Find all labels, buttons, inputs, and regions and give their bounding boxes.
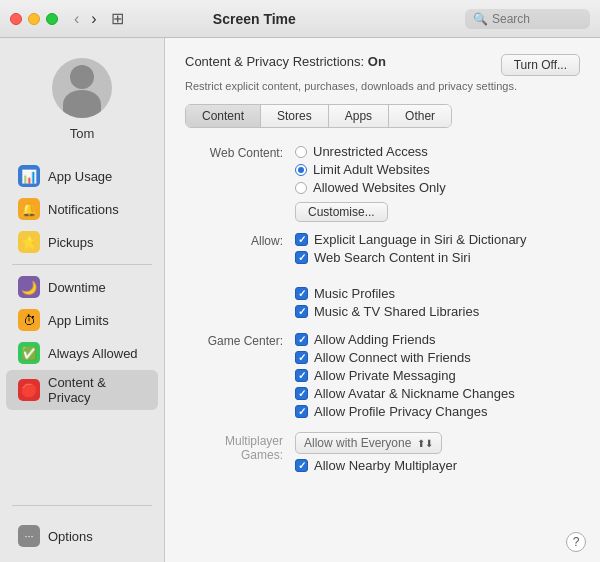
user-name: Tom [70,126,95,141]
window-title: Screen Time [44,11,465,27]
checkbox-music-tv-libraries[interactable]: Music & TV Shared Libraries [295,304,580,319]
sidebar-item-pickups[interactable]: ⭐ Pickups [6,226,158,258]
downtime-label: Downtime [48,280,106,295]
sidebar-divider-1 [12,264,152,265]
content-tabs: Content Stores Apps Other [185,104,452,128]
options-icon: ··· [18,525,40,547]
allow-items: Explicit Language in Siri & Dictionary W… [295,232,580,268]
radio-unrestricted-circle[interactable] [295,146,307,158]
sidebar-item-app-limits[interactable]: ⏱ App Limits [6,304,158,336]
profile-privacy-checkbox[interactable] [295,405,308,418]
web-content-options: Unrestricted Access Limit Adult Websites… [295,144,580,222]
radio-allowed-only[interactable]: Allowed Websites Only [295,180,580,195]
checkbox-profile-privacy[interactable]: Allow Profile Privacy Changes [295,404,580,419]
adding-friends-checkbox[interactable] [295,333,308,346]
sidebar-bottom: ··· Options [0,512,164,562]
app-limits-icon: ⏱ [18,309,40,331]
multiplayer-content: Allow with Everyone ⬆⬇ Allow Nearby Mult… [295,432,580,476]
music-tv-libraries-checkbox[interactable] [295,305,308,318]
help-button[interactable]: ? [566,532,586,552]
radio-limit-adult-circle[interactable] [295,164,307,176]
connect-friends-checkbox[interactable] [295,351,308,364]
search-box[interactable]: 🔍 [465,9,590,29]
sidebar-item-always-allowed[interactable]: ✅ Always Allowed [6,337,158,369]
pickups-icon: ⭐ [18,231,40,253]
customise-button[interactable]: Customise... [295,202,388,222]
game-center-section: Game Center: Allow Adding Friends Allow … [185,332,580,422]
web-search-checkbox[interactable] [295,251,308,264]
checkbox-music-profiles[interactable]: Music Profiles [295,286,580,301]
allow-nearby-checkbox[interactable] [295,459,308,472]
checkbox-web-search[interactable]: Web Search Content in Siri [295,250,580,265]
tab-apps[interactable]: Apps [329,105,389,127]
tab-other[interactable]: Other [389,105,451,127]
avatar-body [63,90,101,118]
content-privacy-icon: 🛑 [18,379,40,401]
checkbox-avatar-nickname[interactable]: Allow Avatar & Nickname Changes [295,386,580,401]
sidebar-item-notifications[interactable]: 🔔 Notifications [6,193,158,225]
game-center-label: Game Center: [185,332,295,348]
multiplayer-label: Multiplayer Games: [185,432,295,462]
checkbox-private-messaging[interactable]: Allow Private Messaging [295,368,580,383]
avatar-figure [63,63,101,118]
radio-unrestricted[interactable]: Unrestricted Access [295,144,580,159]
checkbox-connect-friends[interactable]: Allow Connect with Friends [295,350,580,365]
app-limits-label: App Limits [48,313,109,328]
close-button[interactable] [10,13,22,25]
dropdown-arrows-icon: ⬆⬇ [417,438,433,449]
sidebar-divider-2 [12,505,152,506]
explicit-language-checkbox[interactable] [295,233,308,246]
turn-off-button[interactable]: Turn Off... [501,54,580,76]
restrictions-header: Content & Privacy Restrictions: On Turn … [185,54,580,76]
sidebar-item-content-privacy[interactable]: 🛑 Content & Privacy [6,370,158,410]
music-section: Music Profiles Music & TV Shared Librari… [185,286,580,322]
avatar-head [70,65,94,89]
tab-content[interactable]: Content [186,105,261,127]
web-content-section: Web Content: Unrestricted Access Limit A… [185,144,580,222]
avatar-nickname-checkbox[interactable] [295,387,308,400]
restrictions-title: Content & Privacy Restrictions: On [185,54,386,69]
tab-stores[interactable]: Stores [261,105,329,127]
notifications-icon: 🔔 [18,198,40,220]
checkbox-allow-nearby[interactable]: Allow Nearby Multiplayer [295,458,580,473]
radio-limit-adult[interactable]: Limit Adult Websites [295,162,580,177]
allow-label: Allow: [185,232,295,248]
sidebar-item-options[interactable]: ··· Options [6,520,158,552]
options-label: Options [48,529,93,544]
multiplayer-dropdown-row: Allow with Everyone ⬆⬇ [295,432,580,454]
app-usage-icon: 📊 [18,165,40,187]
multiplayer-dropdown[interactable]: Allow with Everyone ⬆⬇ [295,432,442,454]
titlebar: ‹ › ⊞ Screen Time 🔍 [0,0,600,38]
private-messaging-checkbox[interactable] [295,369,308,382]
main-layout: Tom 📊 App Usage 🔔 Notifications ⭐ Pickup… [0,38,600,562]
downtime-icon: 🌙 [18,276,40,298]
restrictions-info: Content & Privacy Restrictions: On [185,54,386,69]
restrictions-subtitle: Restrict explicit content, purchases, do… [185,80,580,92]
user-section: Tom [0,38,164,155]
radio-allowed-only-circle[interactable] [295,182,307,194]
multiplayer-section: Multiplayer Games: Allow with Everyone ⬆… [185,432,580,476]
always-allowed-label: Always Allowed [48,346,138,361]
search-icon: 🔍 [473,12,488,26]
avatar [52,58,112,118]
sidebar-item-app-usage[interactable]: 📊 App Usage [6,160,158,192]
music-label [185,286,295,288]
checkbox-explicit-language[interactable]: Explicit Language in Siri & Dictionary [295,232,580,247]
music-profiles-checkbox[interactable] [295,287,308,300]
sidebar-nav: 📊 App Usage 🔔 Notifications ⭐ Pickups 🌙 … [0,155,164,499]
restrictions-status: On [368,54,386,69]
always-allowed-icon: ✅ [18,342,40,364]
notifications-label: Notifications [48,202,119,217]
search-input[interactable] [492,12,582,26]
game-center-items: Allow Adding Friends Allow Connect with … [295,332,580,422]
app-usage-label: App Usage [48,169,112,184]
allow-section: Allow: Explicit Language in Siri & Dicti… [185,232,580,268]
sidebar: Tom 📊 App Usage 🔔 Notifications ⭐ Pickup… [0,38,165,562]
sidebar-item-downtime[interactable]: 🌙 Downtime [6,271,158,303]
minimize-button[interactable] [28,13,40,25]
web-content-label: Web Content: [185,144,295,160]
checkbox-adding-friends[interactable]: Allow Adding Friends [295,332,580,347]
content-area: Content & Privacy Restrictions: On Turn … [165,38,600,562]
music-items: Music Profiles Music & TV Shared Librari… [295,286,580,322]
pickups-label: Pickups [48,235,94,250]
